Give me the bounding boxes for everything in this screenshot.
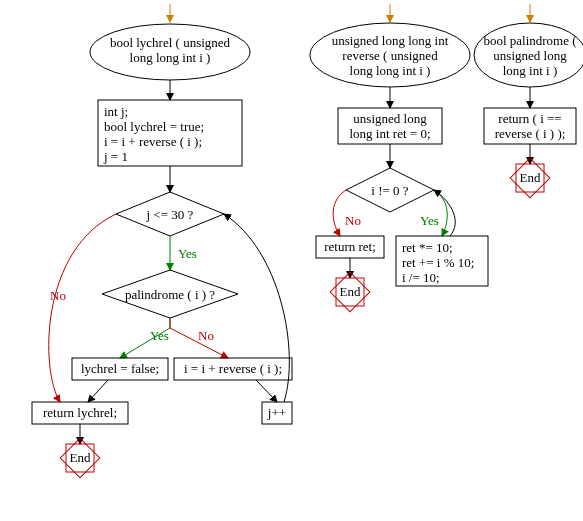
edge-yes-r: Yes [420, 213, 439, 228]
lychrel-inner-cond-text: palindrome ( i ) ? [125, 287, 215, 302]
palin-sig-3: long int i ) [503, 63, 558, 78]
svg-text:long long int i ): long long int i ) [130, 50, 211, 65]
flowchart-canvas: bool lychrel ( unsigned long long int i … [0, 0, 583, 521]
edge-no-2: No [198, 328, 214, 343]
lychrel-return-text: return lychrel; [43, 405, 117, 420]
reverse-return-text: return ret; [324, 239, 376, 254]
flowchart-lychrel: bool lychrel ( unsigned long long int i … [32, 4, 292, 478]
edge-yes-1: Yes [178, 246, 197, 261]
lychrel-init-line2: bool lychrel = true; [104, 119, 204, 134]
lychrel-loop-cond-text: j <= 30 ? [146, 207, 194, 222]
svg-text:bool lychrel ( unsigned: bool lychrel ( unsigned [110, 35, 231, 50]
reverse-end-node: End [330, 272, 370, 312]
reverse-sig-3: long long int i ) [350, 63, 431, 78]
palin-sig-2: unsigned long [493, 48, 567, 63]
lychrel-init-line1: int j; [104, 104, 128, 119]
palindrome-end-node: End [510, 158, 550, 198]
reverse-body-3: i /= 10; [402, 270, 440, 285]
reverse-body-2: ret += i % 10; [402, 255, 474, 270]
edge-yes-2: Yes [150, 328, 169, 343]
reverse-sig-2: reverse ( unsigned [342, 48, 438, 63]
edge-no-1: No [50, 288, 66, 303]
lychrel-increment-text: j++ [267, 405, 286, 420]
palindrome-end-text: End [520, 170, 541, 185]
lychrel-signature-text-2: long long int i ) [130, 50, 211, 65]
lychrel-no-branch-text: i = i + reverse ( i ); [184, 361, 282, 376]
reverse-init-2: long int ret = 0; [350, 126, 431, 141]
reverse-end-text: End [340, 284, 361, 299]
reverse-body-1: ret *= 10; [402, 240, 453, 255]
reverse-init-1: unsigned long [353, 111, 427, 126]
edge-no-r: No [345, 213, 361, 228]
lychrel-init-line4: j = 1 [103, 149, 128, 164]
palin-ret-1: return ( i == [498, 111, 561, 126]
palin-sig-1: bool palindrome ( [483, 33, 576, 48]
flowchart-reverse: unsigned long long int reverse ( unsigne… [310, 4, 488, 312]
lychrel-end-node: End [60, 438, 100, 478]
lychrel-init-line3: i = i + reverse ( i ); [104, 134, 202, 149]
lychrel-end-text: End [70, 450, 91, 465]
lychrel-signature-text-1: bool lychrel ( unsigned [110, 35, 231, 50]
flowchart-palindrome: bool palindrome ( unsigned long long int… [474, 4, 583, 198]
palin-ret-2: reverse ( i ) ); [495, 126, 566, 141]
reverse-loop-cond-text: i != 0 ? [371, 183, 409, 198]
reverse-sig-1: unsigned long long int [332, 33, 449, 48]
lychrel-yes-branch-text: lychrel = false; [81, 361, 159, 376]
